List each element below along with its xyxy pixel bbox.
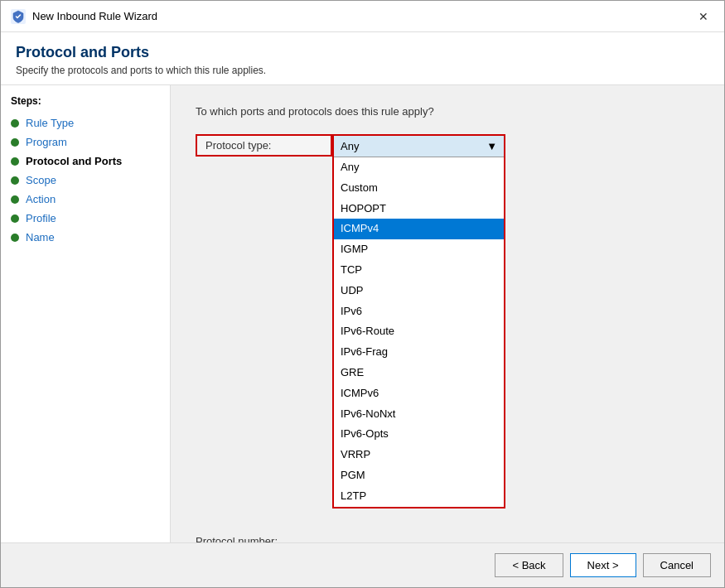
sidebar-item-label: Program: [26, 136, 67, 148]
footer: < Back Next > Cancel: [1, 542, 724, 587]
sidebar-item-label: Name: [26, 231, 55, 243]
dropdown-option-igmp[interactable]: IGMP: [334, 239, 504, 260]
protocol-number-label: Protocol number:: [196, 532, 370, 542]
sidebar-item-profile[interactable]: Profile: [1, 209, 170, 228]
sidebar-item-rule-type[interactable]: Rule Type: [1, 113, 170, 133]
page-title: Protocol and Ports: [16, 44, 709, 61]
sidebar: Steps: Rule Type Program Protocol and Po…: [1, 85, 171, 542]
dropdown-option-icmpv6[interactable]: ICMPv6: [334, 383, 504, 404]
sidebar-item-label: Scope: [26, 174, 56, 186]
steps-label: Steps:: [1, 95, 170, 113]
dropdown-option-ipv6-opts[interactable]: IPv6-Opts: [334, 424, 504, 445]
dropdown-selected-value: Any: [341, 140, 359, 152]
sidebar-item-label: Protocol and Ports: [26, 155, 122, 167]
step-dot: [11, 138, 19, 147]
main-panel: To which ports and protocols does this r…: [171, 85, 724, 542]
sidebar-item-action[interactable]: Action: [1, 190, 170, 209]
dropdown-option-pgm[interactable]: PGM: [334, 465, 504, 486]
form-area: Protocol type: Any ▼ Any Custom HOPOPT I…: [196, 134, 699, 542]
sidebar-item-protocol-ports[interactable]: Protocol and Ports: [1, 152, 170, 171]
dropdown-option-l2tp[interactable]: L2TP: [334, 486, 504, 507]
protocol-type-label: Protocol type:: [196, 134, 332, 157]
step-dot: [11, 157, 19, 166]
dropdown-option-ipv6-nonxt[interactable]: IPv6-NoNxt: [334, 404, 504, 425]
window-title: New Inbound Rule Wizard: [32, 10, 157, 22]
protocol-number-row: Protocol number:: [196, 532, 699, 542]
dropdown-option-any[interactable]: Any: [334, 157, 504, 178]
title-bar-left: New Inbound Rule Wizard: [11, 9, 157, 24]
dropdown-option-hopopt[interactable]: HOPOPT: [334, 199, 504, 219]
step-dot: [11, 195, 19, 204]
app-icon: [11, 9, 26, 24]
back-button[interactable]: < Back: [495, 553, 563, 577]
step-dot: [11, 234, 19, 242]
dropdown-list: Any Custom HOPOPT ICMPv4 IGMP TCP UDP IP…: [334, 157, 504, 507]
protocol-type-dropdown[interactable]: Any ▼ Any Custom HOPOPT ICMPv4 IGMP TCP …: [332, 134, 505, 508]
chevron-down-icon: ▼: [486, 140, 497, 152]
close-button[interactable]: ✕: [693, 6, 714, 27]
step-dot: [11, 176, 19, 185]
cancel-button[interactable]: Cancel: [643, 553, 711, 577]
title-bar: New Inbound Rule Wizard ✕: [1, 1, 724, 32]
page-subtitle: Specify the protocols and ports to which…: [16, 65, 709, 76]
dropdown-option-icmpv4[interactable]: ICMPv4: [334, 219, 504, 239]
sidebar-item-label: Action: [26, 193, 56, 205]
next-button[interactable]: Next >: [570, 553, 636, 577]
sidebar-item-scope[interactable]: Scope: [1, 171, 170, 190]
dropdown-option-custom[interactable]: Custom: [334, 178, 504, 199]
dropdown-option-ipv6-route[interactable]: IPv6-Route: [334, 321, 504, 342]
sidebar-item-name[interactable]: Name: [1, 228, 170, 247]
dropdown-option-gre[interactable]: GRE: [334, 363, 504, 383]
page-header: Protocol and Ports Specify the protocols…: [1, 32, 724, 85]
dropdown-option-ipv6-frag[interactable]: IPv6-Frag: [334, 342, 504, 363]
step-dot: [11, 214, 19, 223]
dropdown-option-tcp[interactable]: TCP: [334, 260, 504, 281]
step-dot: [11, 119, 19, 128]
sidebar-item-program[interactable]: Program: [1, 133, 170, 152]
dropdown-option-ipv6[interactable]: IPv6: [334, 301, 504, 322]
window: New Inbound Rule Wizard ✕ Protocol and P…: [0, 0, 725, 588]
question-text: To which ports and protocols does this r…: [196, 105, 699, 118]
dropdown-option-vrrp[interactable]: VRRP: [334, 445, 504, 465]
sidebar-item-label: Profile: [26, 212, 56, 224]
sidebar-item-label: Rule Type: [26, 117, 74, 129]
dropdown-option-udp[interactable]: UDP: [334, 281, 504, 301]
content-area: Steps: Rule Type Program Protocol and Po…: [1, 85, 724, 542]
dropdown-header[interactable]: Any ▼: [334, 136, 504, 157]
protocol-type-row: Protocol type: Any ▼ Any Custom HOPOPT I…: [196, 134, 699, 508]
